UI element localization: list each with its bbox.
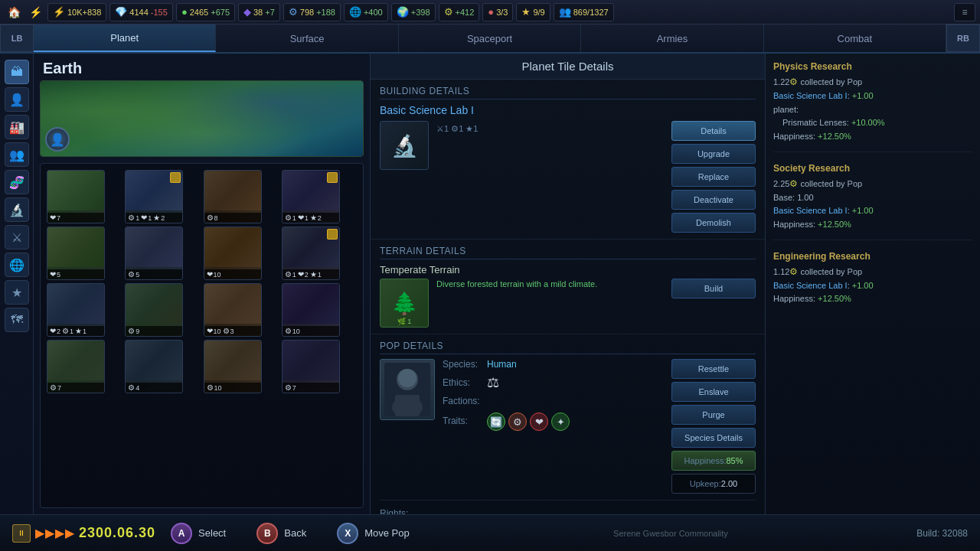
tab-spaceport[interactable]: Spaceport: [399, 24, 581, 52]
upgrade-button[interactable]: Upgrade: [671, 144, 756, 164]
engineering-research-block: Engineering Research 1.12⚙ collected by …: [773, 251, 972, 314]
demolish-button[interactable]: Demolish: [671, 213, 756, 233]
trait-icon-1: ⚙: [508, 412, 527, 431]
b-key: B: [256, 523, 278, 544]
terrain-row: 🌲 🌿 1 Diverse forested terrain with a mi…: [380, 279, 756, 328]
home-icon[interactable]: 🏠: [5, 3, 23, 21]
pop-traits-field: Traits: 🔄 ⚙ ❤ ✦: [443, 411, 664, 431]
stability-value: 3/3: [496, 8, 508, 17]
stability-resource: ● 3/3: [482, 3, 513, 21]
alloys-income: +188: [316, 8, 335, 17]
terrain-section-header: Terrain Details: [380, 246, 756, 259]
tile-11[interactable]: ⚙10: [282, 283, 340, 337]
tile-0[interactable]: ❤7: [47, 170, 105, 223]
sidebar-btn-tech[interactable]: 🔬: [5, 197, 29, 222]
pause-button[interactable]: ⏸: [12, 524, 31, 543]
pop-ethics-field: Ethics: ⚖: [443, 374, 664, 391]
sidebar-btn-industry[interactable]: 🏭: [5, 115, 29, 139]
menu-button[interactable]: ≡: [954, 3, 975, 21]
x-key: X: [337, 523, 358, 544]
pop-portrait: [380, 359, 435, 420]
tile-8[interactable]: ❤2⚙1★1: [47, 283, 105, 337]
build-number: Build: 32088: [916, 528, 968, 539]
tab-surface[interactable]: Surface: [216, 24, 398, 52]
tile-12[interactable]: ⚙7: [47, 340, 105, 393]
resettle-button[interactable]: Resettle: [671, 359, 756, 379]
terrain-section: Terrain Details Temperate Terrain 🌲 🌿 1 …: [371, 240, 765, 334]
replace-button[interactable]: Replace: [671, 167, 756, 187]
energy-value: 10K+838: [67, 8, 101, 17]
tile-4[interactable]: ❤5: [47, 227, 105, 280]
tile-1[interactable]: ⚙1❤1★2: [125, 170, 183, 223]
lb-button[interactable]: LB: [0, 24, 34, 52]
upkeep-display: Upkeep: 2.00: [671, 474, 756, 494]
tile-13[interactable]: ⚙4: [125, 340, 183, 393]
select-action[interactable]: A Select: [155, 515, 241, 551]
minerals-icon: 💎: [115, 6, 127, 18]
building-section: Building Details Basic Science Lab I 🔬 ⚔…: [371, 80, 765, 240]
species-value: Human: [487, 359, 517, 370]
energy-resource: ⚡ 10K+838: [47, 3, 106, 21]
enslave-button[interactable]: Enslave: [671, 382, 756, 402]
tile-14[interactable]: ⚙10: [204, 340, 262, 393]
lightning-icon[interactable]: ⚡: [26, 3, 44, 21]
details-button[interactable]: Details: [671, 121, 756, 141]
back-action[interactable]: B Back: [241, 515, 322, 551]
build-button[interactable]: Build: [671, 279, 756, 298]
planet-avatar: 👤: [45, 127, 70, 152]
trade-resource: 🌐 +400: [344, 3, 388, 21]
tile-5[interactable]: ⚙5: [125, 227, 183, 280]
tile-15[interactable]: ⚙7: [282, 340, 340, 393]
left-sidebar: 🏔 👤 🏭 👥 🧬 🔬 ⚔ 🌐 ★ 🗺: [0, 54, 34, 514]
purge-button[interactable]: Purge: [671, 405, 756, 425]
sidebar-btn-map[interactable]: 🗺: [5, 308, 29, 332]
planet-name: Earth: [34, 54, 370, 80]
a-key: A: [171, 523, 192, 544]
sidebar-btn-planet[interactable]: 🏔: [5, 60, 29, 84]
svg-rect-4: [395, 395, 420, 416]
species-details-button[interactable]: Species Details: [671, 428, 756, 448]
food-income: +675: [211, 8, 230, 17]
tab-armies[interactable]: Armies: [581, 24, 763, 52]
tile-6[interactable]: ❤10: [204, 227, 262, 280]
sidebar-btn-military[interactable]: ⚔: [5, 225, 29, 249]
tile-9[interactable]: ⚙9: [125, 283, 183, 337]
influence-value: 38: [253, 8, 263, 17]
speed-arrow-3: ▶: [55, 526, 64, 540]
amenities-icon: ★: [521, 6, 531, 18]
tile-2[interactable]: ⚙8: [204, 170, 262, 223]
building-portrait: 🔬: [380, 121, 429, 170]
engineering-lab-bonus: Basic Science Lab I: +1.00: [773, 279, 972, 293]
unity-icon: 🌍: [397, 6, 409, 18]
movepop-action[interactable]: X Move Pop: [322, 515, 425, 551]
svg-point-3: [398, 369, 416, 387]
influence-resource: ◆ 38 +7: [238, 3, 280, 21]
building-buttons: Details Upgrade Replace Deactivate Demol…: [671, 121, 756, 233]
trait-icon-3: ✦: [551, 412, 570, 431]
rb-button[interactable]: RB: [946, 24, 980, 52]
tile-3[interactable]: ⚙1❤1★2: [282, 170, 340, 223]
minerals-value: 4144: [129, 8, 148, 17]
society-research-block: Society Research 2.25⚙ collected by Pop …: [773, 163, 972, 240]
back-label: Back: [284, 527, 306, 539]
tile-10[interactable]: ❤10⚙3: [204, 283, 262, 337]
population-icon: 👥: [559, 6, 571, 18]
select-label: Select: [198, 527, 226, 539]
sidebar-btn-star[interactable]: ★: [5, 280, 29, 305]
food-icon: ●: [181, 6, 188, 18]
tab-combat[interactable]: Combat: [764, 24, 946, 52]
sidebar-btn-biology[interactable]: 🧬: [5, 170, 29, 194]
sidebar-btn-factions[interactable]: 👥: [5, 142, 29, 167]
tiles-grid: ❤7 ⚙1❤1★2 ⚙8 ⚙1❤1★2: [47, 170, 357, 393]
physics-prismatic: Prismatic Lenses: +10.00%: [773, 116, 972, 130]
sidebar-btn-pop[interactable]: 👤: [5, 87, 29, 112]
alloys-resource: ⚙ 798 +188: [283, 3, 341, 21]
deactivate-button[interactable]: Deactivate: [671, 190, 756, 210]
sidebar-btn-diplomacy[interactable]: 🌐: [5, 253, 29, 277]
tiles-section: ❤7 ⚙1❤1★2 ⚙8 ⚙1❤1★2: [40, 163, 364, 508]
food-resource: ● 2465 +675: [176, 3, 235, 21]
tab-planet[interactable]: Planet: [34, 24, 216, 52]
tile-7[interactable]: ⚙1❤2★1: [282, 227, 340, 280]
society-lab-bonus: Basic Science Lab I: +1.00: [773, 204, 972, 218]
energy-icon: ⚡: [53, 6, 65, 18]
